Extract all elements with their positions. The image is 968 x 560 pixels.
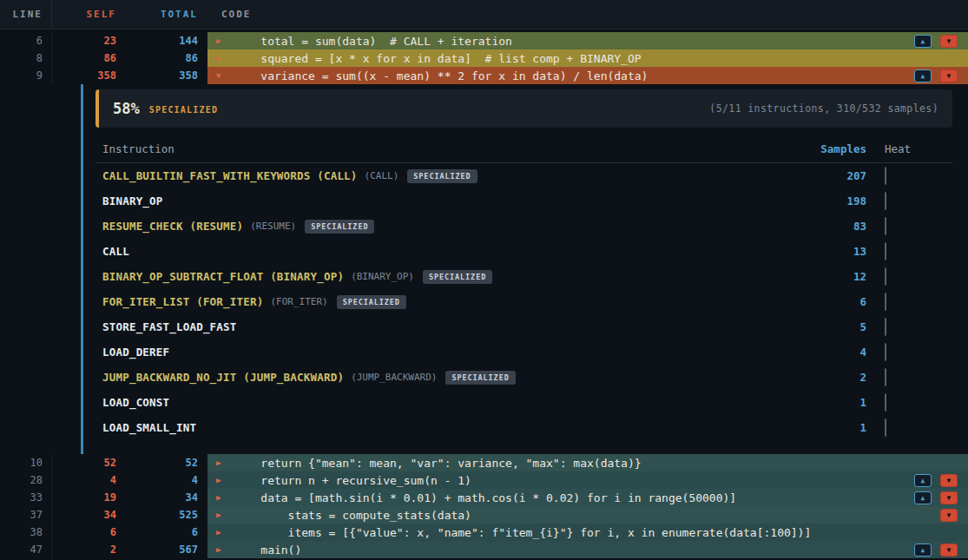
total-samples: 52: [122, 454, 200, 471]
self-samples: 23: [52, 32, 122, 49]
instruction-row: LOAD_CONST 1: [95, 390, 952, 415]
instruction-name: FOR_ITER_LIST (FOR_ITER): [102, 295, 263, 308]
total-samples: 525: [122, 506, 200, 524]
heat-bar: [885, 418, 886, 437]
code-row-line-8: 8 86 86 ▶ squared = [x * x for x in data…: [0, 49, 968, 67]
expand-caret-icon[interactable]: ▶: [216, 458, 234, 467]
expand-caret-icon[interactable]: ▶: [216, 511, 234, 519]
code-row-line-6: 6 23 144 ▶ total = sum(data) # CALL + it…: [0, 32, 968, 49]
heat-bar: [885, 242, 886, 260]
row-nav-buttons: ▲ ▼: [914, 544, 968, 557]
heat-bar: [885, 318, 886, 336]
instruction-samples: 207: [796, 169, 874, 182]
instruction-base: (FOR_ITER): [270, 296, 327, 307]
column-header-line: LINE: [0, 0, 52, 29]
instruction-name: LOAD_SMALL_INT: [102, 421, 196, 434]
instruction-table: Instruction Samples Heat CALL_BUILTIN_FA…: [95, 135, 952, 440]
line-number: 33: [0, 489, 52, 506]
instruction-name: LOAD_CONST: [102, 396, 169, 409]
line-number: 38: [0, 524, 52, 541]
specialized-badge: SPECIALIZED: [337, 295, 406, 309]
column-header-instruction: Instruction: [102, 142, 796, 155]
instruction-samples: 198: [796, 194, 874, 208]
heat-bar: [885, 293, 886, 311]
instruction-name: STORE_FAST_LOAD_FAST: [102, 320, 237, 333]
column-header-code: CODE: [200, 9, 968, 20]
heat-bar: [885, 393, 886, 412]
heat-bar: [885, 217, 886, 235]
instruction-row: LOAD_SMALL_INT 1: [95, 415, 952, 440]
expand-caret-icon[interactable]: ▶: [216, 545, 234, 554]
heat-bar: [885, 368, 886, 386]
code-cell[interactable]: ▶ items = [{"value": x, "name": f"item_{…: [207, 524, 968, 541]
code-row-line-28: 28 4 4 ▶ return n + recursive_sum(n - 1)…: [0, 471, 968, 489]
code-text: variance = sum((x - mean) ** 2 for x in …: [234, 69, 648, 82]
code-cell[interactable]: ▶ data = [math.sin(i * 0.01) + math.cos(…: [207, 489, 968, 506]
expand-caret-icon[interactable]: ▶: [216, 476, 234, 484]
heat-cell: [874, 419, 952, 436]
table-header: LINE SELF TOTAL CODE: [0, 0, 968, 30]
navigate-up-button[interactable]: ▲: [914, 474, 932, 487]
row-nav-buttons: ▲ ▼: [914, 491, 968, 504]
specialized-badge: SPECIALIZED: [445, 371, 515, 385]
instruction-row: JUMP_BACKWARD_NO_JIT (JUMP_BACKWARD) (JU…: [95, 365, 952, 390]
code-text: total = sum(data) # CALL + iteration: [234, 35, 512, 48]
navigate-up-button[interactable]: ▲: [914, 69, 932, 82]
instruction-row: STORE_FAST_LOAD_FAST 5: [95, 314, 952, 339]
total-samples: 567: [122, 541, 200, 558]
instruction-table-header: Instruction Samples Heat: [95, 135, 952, 163]
column-header-self: SELF: [52, 9, 122, 20]
expand-caret-icon[interactable]: ▶: [216, 528, 234, 537]
instruction-samples: 13: [796, 245, 874, 258]
specialized-badge: SPECIALIZED: [305, 220, 374, 234]
code-cell[interactable]: ▼ variance = sum((x - mean) ** 2 for x i…: [207, 67, 968, 84]
code-cell[interactable]: ▶ return n + recursive_sum(n - 1) ▲ ▼: [207, 471, 968, 489]
instruction-base: (BINARY_OP): [351, 271, 414, 282]
row-nav-buttons: ▲ ▼: [914, 474, 968, 487]
code-cell[interactable]: ▶ main() ▲ ▼: [207, 541, 968, 558]
navigate-down-button[interactable]: ▼: [940, 544, 958, 557]
navigate-down-button[interactable]: ▼: [940, 69, 958, 82]
profiler-window: LINE SELF TOTAL CODE 6 23 144 ▶ total = …: [0, 0, 968, 560]
instruction-samples: 12: [796, 270, 874, 283]
instruction-name: CALL_BUILTIN_FAST_WITH_KEYWORDS (CALL): [102, 169, 358, 182]
total-samples: 6: [122, 524, 200, 541]
navigate-down-button[interactable]: ▼: [940, 35, 958, 48]
expand-caret-icon[interactable]: ▶: [216, 54, 234, 63]
specialized-badge: SPECIALIZED: [407, 169, 477, 183]
instruction-samples: 1: [796, 421, 874, 434]
navigate-up-button[interactable]: ▲: [914, 544, 932, 557]
heat-cell: [874, 268, 952, 285]
navigate-up-button[interactable]: ▲: [914, 491, 932, 504]
navigate-up-button[interactable]: ▲: [914, 35, 932, 48]
navigate-down-button[interactable]: ▼: [940, 474, 958, 487]
code-row-line-47: 47 2 567 ▶ main() ▲ ▼: [0, 541, 968, 558]
code-cell[interactable]: ▶ return {"mean": mean, "var": variance,…: [207, 454, 968, 471]
code-cell[interactable]: ▶ total = sum(data) # CALL + iteration ▲…: [207, 32, 968, 49]
heat-cell: [874, 394, 952, 411]
collapse-caret-icon[interactable]: ▼: [216, 71, 234, 80]
self-samples: 2: [52, 541, 122, 558]
instruction-base: (CALL): [365, 170, 399, 181]
self-samples: 34: [52, 506, 122, 524]
expand-caret-icon[interactable]: ▶: [216, 493, 234, 502]
heat-bar: [885, 343, 886, 361]
instruction-samples: 83: [796, 220, 874, 233]
expand-caret-icon[interactable]: ▶: [216, 36, 234, 45]
navigate-down-button[interactable]: ▼: [940, 509, 958, 522]
row-nav-buttons: ▼: [940, 509, 968, 522]
instruction-base: (RESUME): [250, 221, 296, 232]
specialization-panel: 58% SPECIALIZED (5/11 instructions, 310/…: [81, 84, 968, 454]
code-text: return n + recursive_sum(n - 1): [234, 474, 471, 487]
instruction-row: CALL 13: [95, 239, 952, 264]
code-text: main(): [234, 544, 301, 557]
code-cell[interactable]: ▶ stats = compute_stats(data) ▼: [207, 506, 968, 524]
specialized-badge: SPECIALIZED: [423, 270, 492, 284]
instruction-name: BINARY_OP_SUBTRACT_FLOAT (BINARY_OP): [102, 270, 344, 283]
instruction-name: RESUME_CHECK (RESUME): [102, 220, 243, 233]
heat-cell: [874, 369, 952, 385]
instruction-base: (JUMP_BACKWARD): [351, 372, 437, 383]
code-cell[interactable]: ▶ squared = [x * x for x in data] # list…: [207, 49, 968, 67]
instruction-samples: 5: [796, 320, 874, 333]
navigate-down-button[interactable]: ▼: [940, 491, 958, 504]
